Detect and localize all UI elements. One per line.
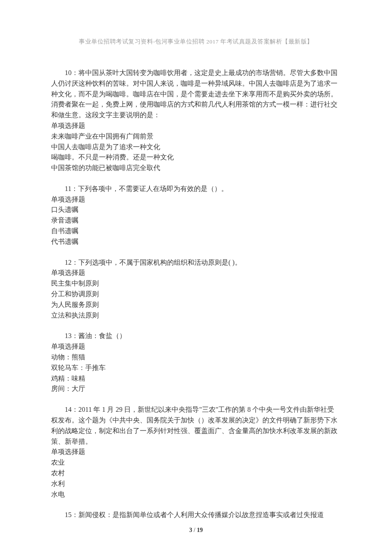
option-c: 为人民服务原则	[51, 300, 341, 310]
option-b: 分工和协调原则	[51, 289, 341, 300]
question-stem: 12：下列选项中，不属于国家机构的组织和活动原则是( )。	[51, 257, 341, 268]
question-stem: 10：将中国从茶叶大国转变为咖啡饮用者，这定是史上最成功的市场营销。尽管大多数中…	[51, 68, 341, 121]
option-d: 立法和执法原则	[51, 310, 341, 321]
option-b: 农村	[51, 468, 341, 479]
option-a: 农业	[51, 457, 341, 468]
page-header: 事业单位招聘考试复习资料-包河事业单位招聘 2017 年考试真题及答案解析【最新…	[51, 38, 341, 46]
page-total: 19	[197, 527, 203, 533]
question-type: 单项选择题	[51, 121, 341, 131]
question-15: 15：新闻侵权：是指新闻单位或者个人利用大众传播媒介以故意捏造事实或者过失报道	[51, 510, 341, 520]
question-type: 单项选择题	[51, 341, 341, 352]
option-c: 水利	[51, 479, 341, 489]
option-c: 喝咖啡。不只是一种消费。还是一种文化	[51, 152, 341, 163]
option-d: 中国茶馆的功能已被咖啡店完全取代	[51, 163, 341, 173]
question-type: 单项选择题	[51, 194, 341, 205]
question-11: 11：下列各项中，不需要证人在场即为有效的是（）。 单项选择题 口头遗嘱 录音遗…	[51, 184, 341, 247]
option-d: 代书遗嘱	[51, 237, 341, 247]
option-a: 口头遗嘱	[51, 205, 341, 215]
question-stem: 11：下列各项中，不需要证人在场即为有效的是（）。	[51, 184, 341, 194]
option-d: 房间：大厅	[51, 384, 341, 394]
document-page: 事业单位招聘考试复习资料-包河事业单位招聘 2017 年考试真题及答案解析【最新…	[0, 0, 392, 520]
option-a: 民主集中制原则	[51, 278, 341, 289]
option-d: 水电	[51, 489, 341, 500]
question-10: 10：将中国从茶叶大国转变为咖啡饮用者，这定是史上最成功的市场营销。尽管大多数中…	[51, 68, 341, 173]
question-type: 单项选择题	[51, 268, 341, 278]
page-sep: /	[192, 527, 197, 533]
page-current: 3	[189, 527, 192, 533]
question-14: 14：2011 年 1 月 29 日，新世纪以来中央指导"三农"工作的第 8 个…	[51, 405, 341, 500]
option-b: 录音遗嘱	[51, 215, 341, 226]
option-b: 中国人去咖啡店是为了追求一种文化	[51, 142, 341, 153]
option-c: 鸡精：味精	[51, 373, 341, 384]
question-type: 单项选择题	[51, 447, 341, 457]
option-b: 双轮马车：手推车	[51, 363, 341, 373]
question-stem: 15：新闻侵权：是指新闻单位或者个人利用大众传播媒介以故意捏造事实或者过失报道	[51, 510, 341, 520]
question-stem: 13：酱油：食盐（）	[51, 331, 341, 341]
option-a: 未来咖啡产业在中国拥有广阔前景	[51, 131, 341, 142]
question-12: 12：下列选项中，不属于国家机构的组织和活动原则是( )。 单项选择题 民主集中…	[51, 257, 341, 321]
option-a: 动物：熊猫	[51, 352, 341, 363]
page-footer: 3 / 19	[0, 527, 392, 534]
option-c: 自书遗嘱	[51, 226, 341, 237]
question-13: 13：酱油：食盐（） 单项选择题 动物：熊猫 双轮马车：手推车 鸡精：味精 房间…	[51, 331, 341, 394]
question-stem: 14：2011 年 1 月 29 日，新世纪以来中央指导"三农"工作的第 8 个…	[51, 405, 341, 447]
